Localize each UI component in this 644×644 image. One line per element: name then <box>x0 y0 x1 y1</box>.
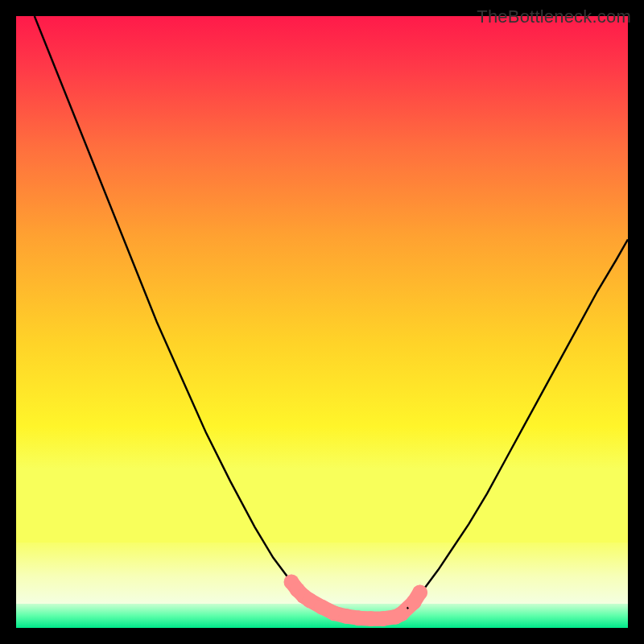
highlight-dot <box>412 584 427 600</box>
outer-frame: TheBottleneck.com <box>0 0 644 644</box>
watermark-text: TheBottleneck.com <box>477 6 631 27</box>
plot-area <box>16 16 628 628</box>
highlight-dot <box>394 606 409 621</box>
chart-svg <box>16 16 628 628</box>
curve-a-path <box>35 16 383 619</box>
curve-b-path <box>390 239 628 617</box>
